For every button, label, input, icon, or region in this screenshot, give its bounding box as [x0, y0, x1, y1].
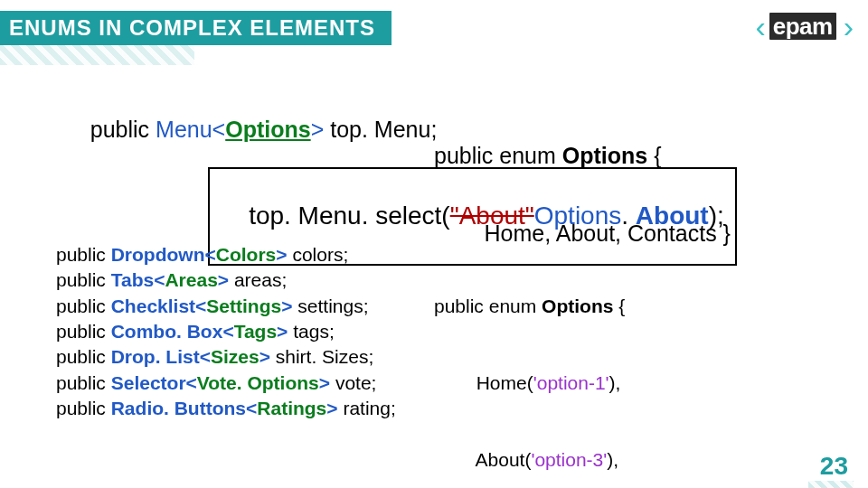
- slide-root: ENUMS IN COMPLEX ELEMENTS ‹ epam › publi…: [0, 0, 868, 488]
- t: About: [636, 202, 709, 230]
- t: {: [647, 143, 661, 168]
- code-line: public Combo. Box<Tags> tags;: [56, 319, 396, 344]
- code-top-left: public Menu<Options> top. Menu;: [65, 90, 437, 168]
- generic: Options: [225, 117, 310, 142]
- code-line: public Drop. List<Sizes> shirt. Sizes;: [56, 344, 396, 370]
- strike-text: "About": [450, 202, 534, 230]
- t: {: [613, 296, 625, 316]
- line: About('option-3'),: [434, 447, 836, 473]
- chevron-right-icon: ›: [844, 11, 850, 42]
- t: About(: [434, 449, 531, 470]
- chevron-left-icon: ‹: [755, 11, 761, 42]
- code-line: public Selector<Vote. Options> vote;: [56, 371, 396, 396]
- brand-name: epam: [769, 13, 836, 40]
- gt: >: [311, 117, 325, 142]
- t: Options: [534, 202, 622, 230]
- t: );: [709, 202, 724, 230]
- text: public: [90, 117, 156, 142]
- code-line: public Checklist<Settings> settings;: [56, 294, 396, 319]
- t: top. Menu. select(: [249, 202, 450, 230]
- t: .: [621, 202, 636, 230]
- lt: <: [212, 117, 226, 142]
- t: Options: [542, 296, 613, 316]
- t: public enum: [434, 296, 542, 316]
- brand-logo: ‹ epam ›: [755, 11, 850, 42]
- title-bar: ENUMS IN COMPLEX ELEMENTS: [0, 11, 392, 45]
- t: public enum: [434, 143, 562, 168]
- page-title: ENUMS IN COMPLEX ELEMENTS: [9, 15, 375, 41]
- t: 'option-3': [531, 449, 607, 470]
- code-bottom-left: public Dropdown<Colors> colors;public Ta…: [56, 242, 396, 421]
- code-line: public Dropdown<Colors> colors;: [56, 242, 396, 267]
- t: ),: [607, 449, 618, 470]
- code-line: public Tabs<Areas> areas;: [56, 267, 396, 293]
- line: public enum Options {: [434, 294, 836, 319]
- type: Menu: [156, 117, 212, 142]
- t: Home(: [434, 372, 533, 393]
- title-decor: [0, 45, 194, 65]
- line: Home('option-1'),: [434, 371, 836, 396]
- code-bottom-right: public enum Options { Home('option-1'), …: [434, 242, 836, 488]
- t: 'option-1': [533, 372, 609, 393]
- t: ),: [609, 372, 621, 393]
- var: top. Menu;: [324, 117, 437, 142]
- page-number: 23: [820, 452, 848, 481]
- code-line: public Radio. Buttons<Ratings> rating;: [56, 396, 396, 421]
- page-number-decor: [808, 481, 854, 488]
- line: public enum Options {: [434, 143, 731, 169]
- t: Options: [562, 143, 647, 168]
